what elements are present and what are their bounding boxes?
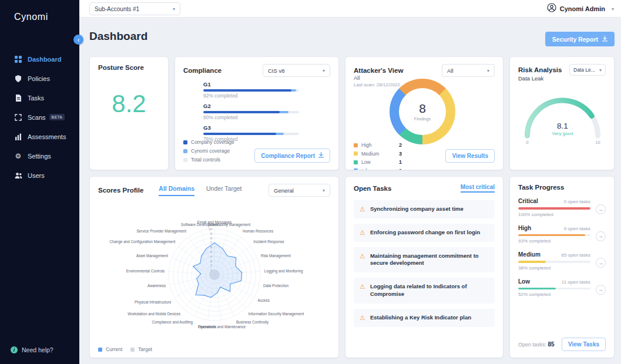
severity-tasks-button[interactable]: → <box>596 231 606 241</box>
chevron-down-icon: ▾ <box>599 68 602 73</box>
attackers-scope-label: All <box>354 75 360 81</box>
findings-count: 8 <box>419 102 426 116</box>
sidebar: Cynomi Dashboard Policies Tasks <box>0 0 79 364</box>
donut-center: 8 Findings <box>399 88 446 135</box>
compliance-bar <box>203 133 299 135</box>
framework-selector[interactable]: CIS v8 ▾ <box>263 64 330 77</box>
risk-gauge-chart: 8.1 Very good 0 10 <box>518 90 607 146</box>
severity-tasks-button[interactable]: → <box>596 285 606 295</box>
view-results-button[interactable]: View Results <box>445 149 495 163</box>
beta-badge: BETA <box>49 114 65 120</box>
sidebar-item-label: Dashboard <box>28 56 61 63</box>
task-list: ⚠Synchronizing company asset time⚠Enforc… <box>354 200 495 327</box>
users-icon <box>14 171 22 180</box>
sidebar-item-label: Scans <box>28 114 46 121</box>
open-tasks-total-label: Open tasks: <box>518 342 546 348</box>
sidebar-item-users[interactable]: Users <box>0 166 79 185</box>
need-help-label: Need help? <box>22 346 53 353</box>
compliance-group-label: G1 <box>203 81 299 87</box>
compliance-group-label: G3 <box>203 124 299 131</box>
view-tasks-button[interactable]: View Tasks <box>562 338 606 351</box>
gauge-value: 8.1 <box>557 122 568 130</box>
compliance-group-label: G2 <box>203 103 299 109</box>
progress-bar <box>518 207 590 210</box>
sidebar-item-label: Tasks <box>28 95 44 102</box>
page-title: Dashboard <box>89 30 147 43</box>
warning-icon: ⚠ <box>360 229 365 237</box>
most-critical-link[interactable]: Most critical <box>461 184 495 193</box>
task-progress-row: High9 open tasks93% completed→ <box>518 225 606 244</box>
card-title: Attacker's View <box>354 67 403 74</box>
sub-account-selector-value: Sub-Accounts #1 <box>95 6 139 12</box>
svg-text:Passwords: Passwords <box>198 325 216 329</box>
last-scan-label: Last scan: 28/12/2022 <box>354 82 400 87</box>
topbar: Sub-Accounts #1 ▾ Cynomi Admin ▾ <box>79 0 621 18</box>
svg-text:9: 9 <box>210 232 212 235</box>
sidebar-collapse-button[interactable]: ‹ <box>73 35 83 45</box>
open-count: 65 open tasks <box>561 252 590 258</box>
card-title: Compliance <box>183 67 221 74</box>
svg-text:Software Development: Software Development <box>181 223 219 227</box>
sidebar-item-assessments[interactable]: Assessments <box>0 127 79 146</box>
svg-text:10: 10 <box>209 227 212 231</box>
sidebar-item-policies[interactable]: Policies <box>0 69 79 88</box>
shield-icon <box>14 75 22 83</box>
warning-icon: ⚠ <box>360 205 365 213</box>
warning-icon: ⚠ <box>360 314 365 322</box>
posture-score-value: 8.2 <box>98 90 160 118</box>
sidebar-item-tasks[interactable]: Tasks <box>0 88 79 107</box>
task-item[interactable]: ⚠Synchronizing company asset time <box>354 200 495 218</box>
sidebar-item-scans[interactable]: Scans BETA <box>0 107 79 127</box>
legend-item: Total controls <box>183 157 234 163</box>
brand-logo: Cynomi <box>0 0 79 22</box>
attackers-scope-selector-value: All <box>447 68 454 74</box>
progress-bar <box>518 261 590 263</box>
posture-score-card: Posture Score 8.2 <box>89 56 169 170</box>
compliance-report-button[interactable]: Compliance Report <box>254 149 330 163</box>
sidebar-item-label: Assessments <box>28 133 66 140</box>
findings-label: Findings <box>414 116 431 122</box>
attackers-view-card: Attacker's View All ▾ All Last scan: 28/… <box>345 56 503 170</box>
severity-tasks-button[interactable]: → <box>596 204 606 214</box>
security-report-button[interactable]: Security Report <box>545 32 615 46</box>
svg-text:Service Provider Management: Service Provider Management <box>136 229 186 234</box>
completed-percent: 38% completed <box>518 265 590 271</box>
gauge-min: 0 <box>526 140 528 145</box>
compliance-bar <box>203 111 299 113</box>
task-item[interactable]: ⚠Enforcing password change on first logi… <box>354 224 495 242</box>
chevron-down-icon: ▾ <box>323 188 325 193</box>
legend-swatch <box>354 151 358 156</box>
scores-radar-chart: 12345678910Email and MessagesVulnerabili… <box>98 200 331 346</box>
attackers-scope-selector[interactable]: All ▾ <box>442 64 495 77</box>
document-icon <box>14 94 22 102</box>
severity-label: Medium <box>518 251 541 258</box>
task-item[interactable]: ⚠Establishing a Key Risk Indicator plan <box>354 309 495 327</box>
view-results-label: View Results <box>452 153 488 159</box>
sidebar-item-dashboard[interactable]: Dashboard <box>0 49 79 69</box>
legend-count: 2 <box>399 142 402 148</box>
task-title: Maintaining management commitment to sec… <box>370 252 489 268</box>
task-item[interactable]: ⚠Maintaining management commitment to se… <box>354 247 495 273</box>
sidebar-item-settings[interactable]: ⚙ Settings <box>0 146 79 166</box>
sub-account-selector[interactable]: Sub-Accounts #1 ▾ <box>89 2 180 15</box>
task-progress-row: Low11 open tasks52% completed→ <box>518 278 606 298</box>
risk-selector[interactable]: Data Le... ▾ <box>569 64 606 76</box>
security-report-label: Security Report <box>552 36 598 43</box>
tab-under-target[interactable]: Under Target <box>206 185 242 196</box>
svg-text:Environmental Controls: Environmental Controls <box>126 269 165 273</box>
compliance-legend: Company coverageCynomi coverageTotal con… <box>183 139 234 163</box>
open-count: 11 open tasks <box>562 279 590 285</box>
tab-all-domains[interactable]: All Domains <box>159 185 194 196</box>
legend-item: Medium3 <box>354 151 402 157</box>
user-menu[interactable]: Cynomi Admin ▾ <box>547 0 614 18</box>
severity-tasks-button[interactable]: → <box>596 258 606 268</box>
scores-category-selector[interactable]: General ▾ <box>268 184 330 197</box>
task-item[interactable]: ⚠Logging data related to Indicators of C… <box>354 278 495 304</box>
cynomi-dashboard-app: Cynomi Dashboard Policies Tasks <box>0 0 621 364</box>
compliance-groups: G192% completedG280% completedG376% comp… <box>203 81 299 142</box>
task-title: Logging data related to Indicators of Co… <box>370 283 489 298</box>
need-help-link[interactable]: i Need help? <box>11 346 53 353</box>
scores-legend: CurrentTarget <box>98 346 152 352</box>
dashboard-icon <box>14 55 22 63</box>
gauge-max: 10 <box>595 140 600 145</box>
